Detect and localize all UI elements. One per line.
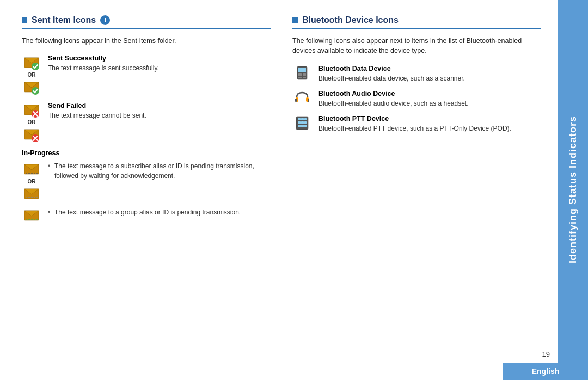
left-divider — [22, 28, 271, 29]
send-failed-desc: The text message cannot be sent. — [48, 111, 271, 120]
svg-rect-28 — [303, 73, 306, 76]
in-progress-bullet-2: The text message to a group alias or ID … — [48, 207, 241, 219]
svg-rect-42 — [298, 125, 301, 127]
sent-item-icons-header: Sent Item Icons i — [22, 15, 271, 25]
in-progress-icon-1a — [23, 161, 40, 177]
bluetooth-data-title: Bluetooth Data Device — [318, 65, 541, 72]
send-failed-icon-bottom — [23, 126, 40, 143]
in-progress-icon-1b — [23, 186, 40, 202]
sent-intro-text: The following icons appear in the Sent I… — [22, 36, 271, 46]
sent-success-icon-bottom — [23, 79, 40, 95]
bluetooth-data-entry: Bluetooth Data Device Bluetooth-enabled … — [292, 65, 541, 83]
main-content: Sent Item Icons i The following icons ap… — [0, 0, 558, 380]
sidebar-tab: Identifying Status Indicators — [558, 0, 588, 380]
sent-successfully-icon-group: OR — [22, 54, 41, 95]
svg-rect-34 — [308, 99, 309, 102]
send-failed-title: Send Failed — [48, 102, 271, 109]
svg-rect-26 — [298, 68, 306, 72]
in-progress-section: In-Progress OR — [22, 149, 271, 224]
bluetooth-header-square-icon — [292, 17, 298, 23]
bluetooth-data-device-icon — [294, 65, 310, 81]
svg-rect-44 — [304, 125, 307, 127]
in-progress-bullet-1: The text message to a subscriber alias o… — [48, 161, 271, 183]
left-column: Sent Item Icons i The following icons ap… — [22, 15, 271, 365]
svg-rect-30 — [303, 77, 306, 78]
right-column: Bluetooth Device Icons The following ico… — [292, 15, 541, 365]
sent-successfully-entry: OR Sent Successfully The text message is… — [22, 54, 271, 95]
bluetooth-audio-icon-group — [292, 90, 312, 106]
page-container: Sent Item Icons i The following icons ap… — [0, 0, 588, 380]
bluetooth-ptt-icon-group — [292, 115, 312, 131]
bluetooth-intro-text: The following icons also appear next to … — [292, 36, 541, 57]
svg-rect-40 — [301, 121, 304, 124]
send-failed-text: Send Failed The text message cannot be s… — [48, 102, 271, 120]
svg-rect-36 — [298, 118, 301, 120]
bluetooth-data-text: Bluetooth Data Device Bluetooth-enabled … — [318, 65, 541, 83]
sidebar-tab-label: Identifying Status Indicators — [567, 116, 579, 263]
in-progress-entry-2: The text message to a group alias or ID … — [22, 207, 271, 224]
in-progress-icon-2 — [23, 207, 40, 224]
bluetooth-audio-text: Bluetooth Audio Device Bluetooth-enabled… — [318, 90, 541, 108]
bluetooth-audio-entry: Bluetooth Audio Device Bluetooth-enabled… — [292, 90, 541, 108]
page-number: 19 — [542, 350, 550, 358]
in-progress-icon-group-1: OR — [22, 161, 41, 202]
send-failed-icon-group: OR — [22, 102, 41, 143]
header-square-icon — [22, 17, 27, 23]
in-progress-title: In-Progress — [22, 149, 271, 157]
sent-item-icons-title: Sent Item Icons — [32, 15, 96, 25]
svg-rect-43 — [301, 125, 304, 127]
bluetooth-audio-device-icon — [294, 90, 310, 106]
info-icon: i — [100, 15, 110, 25]
in-progress-entry-1: OR The text message to a subscriber alia… — [22, 161, 271, 202]
bluetooth-audio-desc: Bluetooth-enabled audio device, such as … — [318, 99, 541, 108]
svg-rect-41 — [304, 121, 307, 124]
sent-successfully-title: Sent Successfully — [48, 54, 271, 62]
svg-rect-37 — [301, 118, 304, 120]
sent-successfully-text: Sent Successfully The text message is se… — [48, 54, 271, 73]
footer-language-label: English — [503, 363, 588, 380]
bluetooth-ptt-desc: Bluetooth-enabled PTT device, such as a … — [318, 124, 541, 133]
sent-successfully-desc: The text message is sent successfully. — [48, 63, 271, 73]
or-label-3: OR — [28, 179, 36, 185]
svg-rect-39 — [298, 121, 301, 124]
or-label-2: OR — [28, 119, 36, 125]
bluetooth-ptt-device-icon — [294, 115, 310, 131]
or-label-1: OR — [28, 72, 36, 78]
bluetooth-ptt-text: Bluetooth PTT Device Bluetooth-enabled P… — [318, 115, 541, 133]
send-failed-entry: OR Send Failed The text message cannot b… — [22, 102, 271, 143]
svg-rect-27 — [298, 73, 302, 76]
send-failed-icon-top — [23, 102, 40, 118]
bluetooth-audio-title: Bluetooth Audio Device — [318, 90, 541, 97]
sent-success-icon-top — [23, 54, 40, 71]
in-progress-icon-group-2 — [22, 207, 41, 224]
svg-rect-33 — [295, 99, 297, 102]
bluetooth-ptt-entry: Bluetooth PTT Device Bluetooth-enabled P… — [292, 115, 541, 133]
bluetooth-icons-title: Bluetooth Device Icons — [302, 15, 399, 25]
bluetooth-icons-header: Bluetooth Device Icons — [292, 15, 541, 25]
svg-rect-38 — [304, 118, 307, 120]
bluetooth-ptt-title: Bluetooth PTT Device — [318, 115, 541, 122]
bluetooth-data-icon-group — [292, 65, 312, 81]
right-divider — [292, 28, 541, 29]
svg-rect-29 — [298, 77, 302, 78]
bluetooth-data-desc: Bluetooth-enabled data device, such as a… — [318, 73, 541, 83]
